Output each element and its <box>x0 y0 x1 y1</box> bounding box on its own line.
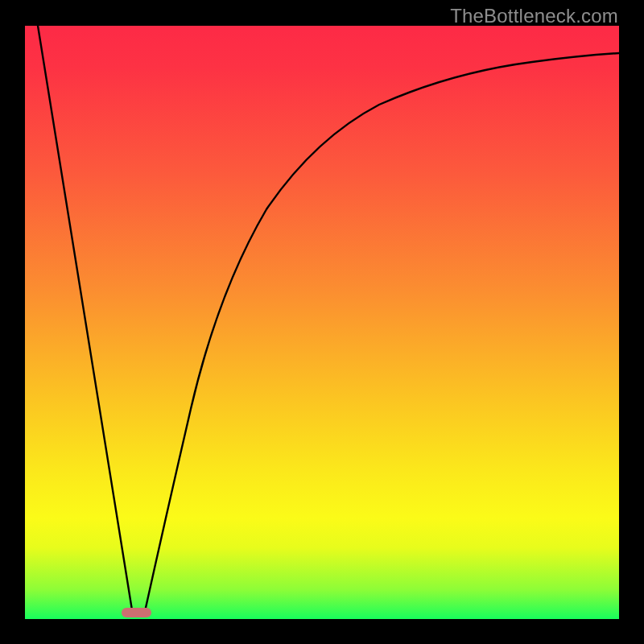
curve-left-arm <box>38 26 133 615</box>
chart-frame: TheBottleneck.com <box>0 0 644 644</box>
watermark-text: TheBottleneck.com <box>450 5 618 27</box>
curve-right-arm <box>144 53 619 615</box>
bottleneck-marker <box>122 608 151 617</box>
bottleneck-curve <box>25 26 619 619</box>
plot-area <box>25 26 619 619</box>
